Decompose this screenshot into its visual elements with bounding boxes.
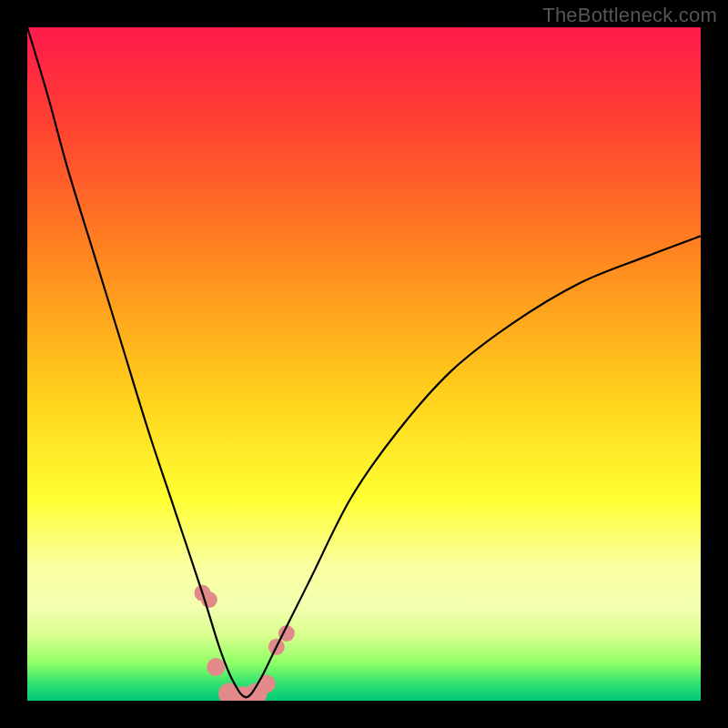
svg-rect-0: [27, 27, 701, 701]
heat-gradient-background: [27, 27, 701, 701]
watermark-text: TheBottleneck.com: [542, 4, 717, 27]
plot-area: [27, 27, 701, 701]
chart-frame: TheBottleneck.com: [0, 0, 728, 728]
